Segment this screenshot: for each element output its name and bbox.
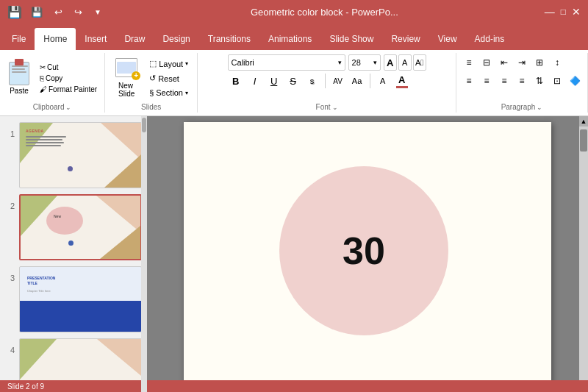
numbering-button[interactable]: ⊟ [478,54,495,71]
tab-draw[interactable]: Draw [115,28,154,50]
slide-num-2: 2 [4,194,15,210]
clipboard-content: Paste ✂ Cut ⎘ Copy 🖌 Format Painter [4,53,100,103]
align-text-button[interactable]: ⊡ [549,73,565,89]
new-slide-button[interactable]: + NewSlide [110,55,143,101]
font-expand-icon[interactable]: ⌄ [332,104,338,111]
section-icon: § [149,88,154,97]
decrease-indent-button[interactable]: ⇤ [496,54,512,71]
paragraph-content: ≡ ⊟ ⇤ ⇥ ⊞ ↕ ≡ ≡ ≡ ≡ ⇅ ⊡ 🔷 [461,53,583,103]
align-left-button[interactable]: ≡ [461,73,477,89]
layout-icon: ⬚ [149,59,157,68]
slides-content: + NewSlide ⬚ Layout ▾ ↺ Reset § Section … [110,53,193,103]
font-color-icon: A [398,74,405,85]
slide-thumb-row-1: 1 AGENDA [4,122,142,188]
align-center-button[interactable]: ≡ [478,73,495,89]
tab-design[interactable]: Design [154,28,198,50]
maximize-button[interactable]: □ [561,7,566,17]
reset-button[interactable]: ↺ Reset [145,72,193,85]
paste-button[interactable]: Paste [4,59,34,98]
ribbon-group-slides: + NewSlide ⬚ Layout ▾ ↺ Reset § Section … [105,53,198,113]
columns-button[interactable]: ⊞ [531,54,548,71]
increase-indent-button[interactable]: ⇥ [514,54,530,71]
scroll-up-button[interactable]: ▲ [579,116,588,126]
tab-file[interactable]: File [3,28,35,50]
clipboard-small-btns: ✂ Cut ⎘ Copy 🖌 Format Painter [37,63,100,94]
copy-button[interactable]: ⎘ Copy [37,74,100,83]
strikethrough-button[interactable]: S [285,73,301,89]
qat-redo[interactable]: ↪ [71,5,85,19]
bold-button[interactable]: B [228,73,244,89]
slide-thumb-row-2: 2 New [4,194,142,260]
section-arrow-icon: ▾ [185,90,188,96]
paste-label: Paste [10,87,29,95]
para-spacing-button[interactable]: ↕ [549,54,565,71]
slide-panel-scrollbar[interactable] [141,116,147,392]
cut-button[interactable]: ✂ Cut [37,63,100,72]
qat-save[interactable]: 💾 [28,5,46,19]
thumb1-title: AGENDA [26,129,44,133]
tab-view[interactable]: View [429,28,466,50]
shadow-button[interactable]: s [304,73,320,89]
change-case-button[interactable]: Aa [349,73,365,89]
text-highlight-button[interactable]: A [375,73,391,89]
slide-num-1: 1 [4,122,15,138]
thumb3-blue-bar [20,301,141,332]
close-button[interactable]: ✕ [572,6,581,18]
copy-icon: ⎘ [40,74,44,82]
justify-button[interactable]: ≡ [514,73,530,89]
layout-button[interactable]: ⬚ Layout ▾ [145,57,193,70]
format-painter-button[interactable]: 🖌 Format Painter [37,85,100,94]
slide-thumb-1[interactable]: AGENDA [19,122,142,188]
bullets-button[interactable]: ≡ [461,54,477,71]
tab-home[interactable]: Home [35,28,76,50]
tab-insert[interactable]: Insert [76,28,115,50]
thumb2-deco-topright [96,196,140,232]
canvas-circle[interactable]: 30 [279,166,448,335]
section-button[interactable]: § Section ▾ [145,87,193,99]
font-color-button[interactable]: A [394,73,410,89]
slide-thumb-3[interactable]: PRESENTATIONTITLE Chapter Title here [19,266,142,332]
char-spacing-button[interactable]: AV [330,73,346,89]
ribbon-tabs: File Home Insert Draw Design Transitions… [0,24,588,50]
italic-button[interactable]: I [247,73,263,89]
increase-font-button[interactable]: A [384,54,397,71]
decrease-font-button[interactable]: A [398,54,412,71]
qat-customize[interactable]: ▼ [91,7,104,18]
slide-panel-scroll-thumb[interactable] [142,118,146,132]
slide-canvas[interactable]: 30 [184,122,551,387]
tab-addins[interactable]: Add-ins [466,28,514,50]
font-format-row: B I U S s AV Aa A A [228,73,410,89]
font-dropdown-arrow: ▾ [338,59,342,66]
align-right-button[interactable]: ≡ [496,73,512,89]
clipboard-expand-icon[interactable]: ⌄ [65,104,71,111]
ribbon-group-clipboard: Paste ✂ Cut ⎘ Copy 🖌 Format Painter Cli [0,53,105,113]
scroll-thumb[interactable] [580,129,587,152]
slide-thumb-2[interactable]: New [19,194,142,260]
paragraph-group-label: Paragraph ⌄ [501,103,543,113]
title-bar: 💾 💾 ↩ ↪ ▼ Geometric color block - PowerP… [0,0,588,24]
tab-animations[interactable]: Animations [259,28,320,50]
clear-format-button[interactable]: A⃝ [413,54,426,71]
tab-transitions[interactable]: Transitions [199,28,259,50]
title-bar-title: Geometric color block - PowerPo... [104,7,545,18]
qat-undo[interactable]: ↩ [51,5,65,19]
font-name-dropdown[interactable]: Calibri ▾ [228,54,345,71]
ribbon-group-paragraph: ≡ ⊟ ⇤ ⇥ ⊞ ↕ ≡ ≡ ≡ ≡ ⇅ ⊡ 🔷 [456,53,588,113]
font-separator2 [370,74,370,88]
paragraph-expand-icon[interactable]: ⌄ [537,104,542,111]
vertical-scrollbar[interactable]: ▲ ▼ [579,116,588,392]
tab-review[interactable]: Review [382,28,429,50]
text-direction-button[interactable]: ⇅ [531,73,548,89]
minimize-button[interactable]: — [545,6,555,18]
ribbon-group-font: Calibri ▾ 28 ▾ A A A⃝ B I U S s [198,53,456,113]
format-painter-icon: 🖌 [40,85,47,93]
font-separator [325,74,326,88]
font-color-strip [396,86,408,88]
tab-slideshow[interactable]: Slide Show [320,28,382,50]
thumb2-deco-bottomright [100,226,140,259]
smartart-button[interactable]: 🔷 [567,73,583,89]
underline-button[interactable]: U [266,73,282,89]
ribbon: Paste ✂ Cut ⎘ Copy 🖌 Format Painter Cli [0,50,588,116]
reset-icon: ↺ [149,74,156,83]
font-size-dropdown[interactable]: 28 ▾ [348,54,381,71]
